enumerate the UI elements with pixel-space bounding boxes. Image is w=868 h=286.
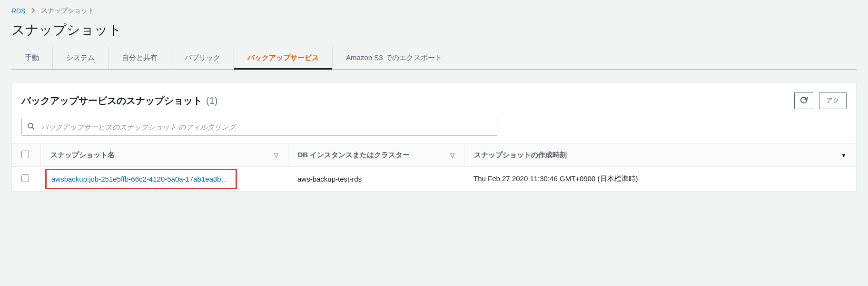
- refresh-button[interactable]: [794, 92, 813, 109]
- panel-title: バックアップサービスのスナップショット: [21, 94, 202, 107]
- page-title: スナップショット: [0, 17, 868, 47]
- breadcrumb: RDS スナップショット: [0, 0, 868, 17]
- tab-system[interactable]: システム: [53, 47, 108, 69]
- breadcrumb-current: スナップショット: [41, 7, 94, 15]
- actions-button[interactable]: アク: [819, 92, 847, 109]
- snapshots-table: スナップショット名 ▽ DB インスタンスまたはクラスター ▽ スナップショット…: [12, 143, 856, 191]
- sort-icon-filled: ▼: [841, 152, 847, 159]
- table-header-row: スナップショット名 ▽ DB インスタンスまたはクラスター ▽ スナップショット…: [12, 144, 856, 167]
- panel-count: (1): [206, 95, 217, 106]
- column-header-db[interactable]: DB インスタンスまたはクラスター ▽: [288, 144, 464, 167]
- column-header-select: [12, 144, 40, 167]
- sort-icon: ▽: [274, 152, 278, 159]
- column-header-time[interactable]: スナップショットの作成時刻 ▼: [464, 144, 856, 167]
- panel-header: バックアップサービスのスナップショット (1) アク: [12, 83, 856, 115]
- search-icon: [27, 123, 35, 132]
- actions-button-label: アク: [826, 96, 839, 105]
- svg-point-0: [28, 123, 33, 128]
- db-instance-cell: aws-backup-test-rds: [297, 175, 362, 183]
- filter-row: [12, 115, 856, 143]
- tabs: 手動 システム 自分と共有 パブリック バックアップサービス Amazon S3…: [11, 47, 857, 70]
- select-all-checkbox[interactable]: [21, 151, 29, 158]
- svg-line-1: [32, 128, 34, 130]
- snapshot-name-link[interactable]: awsbackup:job-251e5ffb-66c2-4120-5a0a-17…: [51, 175, 227, 183]
- created-time-cell: Thu Feb 27 2020 11:30:46 GMT+0900 (日本標準時…: [473, 174, 638, 183]
- row-checkbox[interactable]: [21, 174, 29, 182]
- column-header-db-label: DB インスタンスまたはクラスター: [298, 151, 410, 160]
- filter-input[interactable]: [21, 118, 497, 136]
- tab-shared[interactable]: 自分と共有: [108, 47, 171, 69]
- tab-backup-service[interactable]: バックアップサービス: [234, 47, 333, 69]
- tab-s3-export[interactable]: Amazon S3 でのエクスポート: [333, 47, 455, 69]
- chevron-right-icon: [31, 7, 35, 15]
- tab-public[interactable]: パブリック: [171, 47, 234, 69]
- column-header-name[interactable]: スナップショット名 ▽: [40, 144, 288, 167]
- table-row: awsbackup:job-251e5ffb-66c2-4120-5a0a-17…: [12, 167, 856, 192]
- refresh-icon: [799, 96, 808, 106]
- column-header-time-label: スナップショットの作成時刻: [474, 151, 567, 160]
- sort-icon: ▽: [450, 152, 454, 159]
- tab-manual[interactable]: 手動: [11, 47, 53, 69]
- column-header-name-label: スナップショット名: [50, 151, 115, 160]
- breadcrumb-root-link[interactable]: RDS: [11, 7, 26, 15]
- snapshots-panel: バックアップサービスのスナップショット (1) アク: [11, 83, 857, 192]
- highlight-box: awsbackup:job-251e5ffb-66c2-4120-5a0a-17…: [45, 169, 237, 189]
